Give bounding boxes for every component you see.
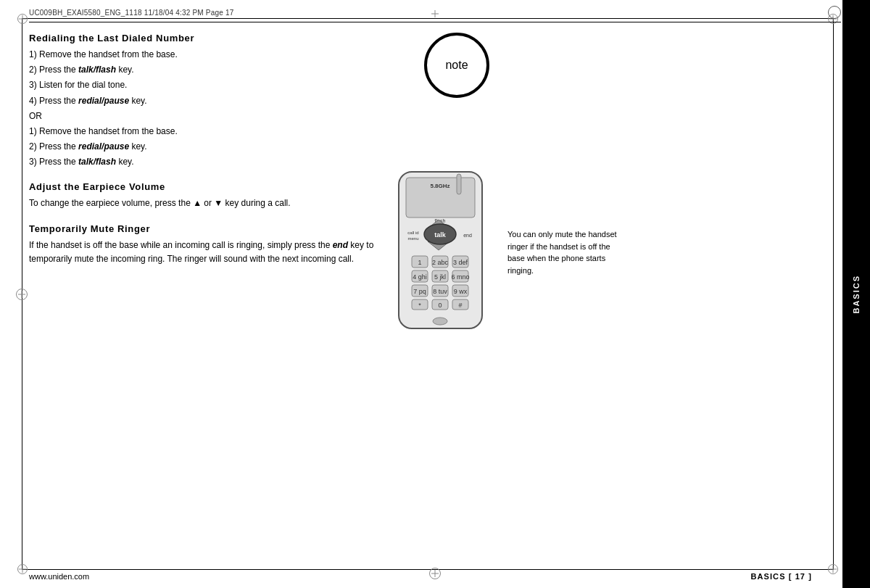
step-3a: 3) Listen for the dial tone. xyxy=(29,78,377,92)
note-circle-area: note xyxy=(384,25,529,112)
svg-text:5.8GHz: 5.8GHz xyxy=(430,183,450,189)
svg-text:5 jkl: 5 jkl xyxy=(434,273,446,281)
svg-text:4 ghi: 4 ghi xyxy=(413,273,427,281)
corner-mark-tl xyxy=(17,14,28,24)
step-3b: 3) Press the talk/flash key. xyxy=(29,155,377,169)
volume-text: To change the earpiece volume, press the… xyxy=(29,196,377,210)
note-body: You can only mute the handset ringer if … xyxy=(508,228,624,276)
note-circle-text: note xyxy=(445,59,468,72)
section-mute: Temporarily Mute Ringer If the handset i… xyxy=(29,223,377,266)
border-right xyxy=(833,18,834,570)
corner-mark-br xyxy=(828,564,838,574)
page-info: BASICS [ 17 ] xyxy=(750,572,812,581)
step-2b: 2) Press the redial/pause key. xyxy=(29,140,377,154)
section-volume: Adjust the Earpiece Volume To change the… xyxy=(29,181,377,210)
section-volume-title: Adjust the Earpiece Volume xyxy=(29,181,377,192)
svg-text:*: * xyxy=(418,302,421,309)
talk-flash-key-1: talk/flash xyxy=(78,65,116,75)
svg-text:1: 1 xyxy=(418,259,421,266)
svg-text:0: 0 xyxy=(438,302,442,309)
end-key: end xyxy=(333,240,348,250)
section-redialing-title: Redialing the Last Dialed Number xyxy=(29,33,377,44)
border-bottom xyxy=(22,569,834,570)
header-text: UC009BH_EXAI5580_ENG_1118 11/18/04 4:32 … xyxy=(29,9,824,17)
reg-mark-left xyxy=(16,289,28,300)
header-bar: UC009BH_EXAI5580_ENG_1118 11/18/04 4:32 … xyxy=(29,6,841,22)
svg-point-36 xyxy=(433,318,447,325)
svg-rect-3 xyxy=(457,174,461,194)
svg-text:2 abc: 2 abc xyxy=(432,259,449,266)
step-1b: 1) Remove the handset from the base. xyxy=(29,125,377,138)
redial-pause-key-1: redial/pause xyxy=(78,96,129,106)
corner-mark-bl xyxy=(17,564,28,574)
redial-pause-key-2: redial/pause xyxy=(78,141,129,152)
note-circle: note xyxy=(424,33,489,98)
svg-text:talk: talk xyxy=(434,231,447,239)
svg-text:3 def: 3 def xyxy=(453,259,468,266)
phone-svg: 5.8GHz flash talk call id menu end 1 2 a… xyxy=(384,170,497,330)
sidebar-basics: BASICS xyxy=(842,0,870,588)
svg-text:#: # xyxy=(458,302,462,309)
svg-text:8 tuv: 8 tuv xyxy=(433,288,447,295)
reg-mark-bottom xyxy=(429,568,441,579)
step-1a: 1) Remove the handset from the base. xyxy=(29,48,377,62)
sidebar-label: BASICS xyxy=(852,275,861,314)
section-mute-body: If the handset is off the base while an … xyxy=(29,239,377,266)
svg-text:call id: call id xyxy=(407,231,418,235)
section-volume-body: To change the earpiece volume, press the… xyxy=(29,196,377,210)
svg-text:7 pq: 7 pq xyxy=(413,288,426,295)
svg-text:menu: menu xyxy=(407,236,418,241)
svg-text:6 mno: 6 mno xyxy=(451,273,469,281)
website-url: www.uniden.com xyxy=(29,572,89,581)
footer-left: www.uniden.com xyxy=(29,572,89,581)
main-content: Redialing the Last Dialed Number 1) Remo… xyxy=(29,25,813,559)
mute-text: If the handset is off the base while an … xyxy=(29,239,377,266)
header-circle xyxy=(828,6,841,19)
svg-text:end: end xyxy=(463,233,472,238)
section-redialing-body: 1) Remove the handset from the base. 2) … xyxy=(29,48,377,170)
talk-flash-key-2: talk/flash xyxy=(78,157,116,167)
or-label: OR xyxy=(29,109,377,123)
section-redialing: Redialing the Last Dialed Number 1) Remo… xyxy=(29,33,377,170)
note-text: You can only mute the handset ringer if … xyxy=(508,228,624,276)
footer-right: BASICS [ 17 ] xyxy=(750,572,812,581)
step-2a: 2) Press the talk/flash key. xyxy=(29,63,377,77)
left-column: Redialing the Last Dialed Number 1) Remo… xyxy=(29,33,377,278)
svg-text:9 wx: 9 wx xyxy=(454,288,468,295)
step-4a: 4) Press the redial/pause key. xyxy=(29,94,377,108)
phone-image: 5.8GHz flash talk call id menu end 1 2 a… xyxy=(384,170,497,330)
section-mute-title: Temporarily Mute Ringer xyxy=(29,223,377,234)
